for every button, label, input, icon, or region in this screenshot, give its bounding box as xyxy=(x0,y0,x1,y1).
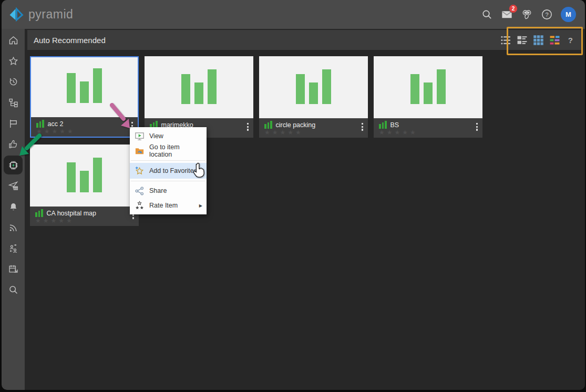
topbar-actions: 2 ? M xyxy=(481,7,585,22)
tile-menu-button[interactable] xyxy=(476,123,478,131)
tile-marimekko[interactable]: marimekko★★★★★ xyxy=(145,56,253,138)
sidebar-item-content-explorer[interactable] xyxy=(2,92,25,114)
sidebar-item-schedules[interactable] xyxy=(2,259,25,280)
sidebar-item-flagged[interactable] xyxy=(2,113,25,134)
tile-thumbnail-bar-chart xyxy=(259,56,368,118)
tile-rating[interactable]: ★★★★★ xyxy=(379,129,478,136)
bar xyxy=(410,74,419,104)
sidebar-item-rated[interactable] xyxy=(2,134,25,155)
sidebar-item-box xyxy=(4,239,23,258)
pyramid-logo[interactable]: pyramid xyxy=(2,7,73,22)
tile-title: CA hostpital map xyxy=(47,210,97,217)
menu-item-rate-item[interactable]: Rate Item▶ xyxy=(130,198,207,213)
sidebar-item-box xyxy=(4,94,23,112)
view-mode-list-view[interactable] xyxy=(500,35,511,46)
tile-rating[interactable]: ★★★★★ xyxy=(35,218,135,224)
view-icon xyxy=(135,131,145,141)
add-favorite-icon xyxy=(135,166,145,176)
tile-thumbnail-bar-chart xyxy=(374,56,482,118)
view-help-button[interactable]: ? xyxy=(568,36,573,45)
tile-footer: CA hostpital map★★★★★ xyxy=(30,207,139,226)
bar-chart-type-icon xyxy=(379,121,387,129)
sidebar-item-publications[interactable] xyxy=(2,176,25,197)
sidebar-item-box xyxy=(4,156,23,174)
tile-rating[interactable]: ★★★★★ xyxy=(36,128,133,135)
star-icon xyxy=(8,56,19,67)
thumbs-up-icon xyxy=(8,139,19,150)
sidebar-item-box xyxy=(4,135,23,154)
tile-ca-hostpital-map[interactable]: CA hostpital map★★★★★ xyxy=(30,145,139,226)
menu-item-add-to-favorites[interactable]: Add to Favorites xyxy=(130,163,207,179)
sidebar xyxy=(2,29,25,390)
help-icon[interactable]: ? xyxy=(541,8,553,20)
sidebar-item-subscriptions[interactable] xyxy=(2,217,25,238)
tile-thumbnail-bar-chart xyxy=(30,145,139,207)
page-header: Auto Recommended ? xyxy=(27,30,582,50)
tile-footer: acc 2★★★★★ xyxy=(31,117,138,137)
view-mode-grid-view-active[interactable] xyxy=(533,35,544,46)
tile-bs[interactable]: BS★★★★★ xyxy=(374,56,482,138)
sidebar-item-home[interactable] xyxy=(2,30,25,51)
tile-circle-packing[interactable]: circle packing★★★★★ xyxy=(259,56,368,138)
tile-thumbnail-bar-chart xyxy=(145,56,253,118)
sidebar-item-box xyxy=(4,177,23,195)
publish-icon xyxy=(8,180,19,191)
tile-rating[interactable]: ★★★★★ xyxy=(264,129,364,136)
tile-title-row: CA hostpital map xyxy=(35,209,135,217)
tile-title-row: acc 2 xyxy=(36,120,133,128)
view-mode-detail-view[interactable] xyxy=(517,35,528,46)
sidebar-item-search[interactable] xyxy=(2,280,25,301)
rate-stars-icon xyxy=(135,201,145,211)
bar-chart-type-icon xyxy=(264,121,272,129)
user-avatar[interactable]: M xyxy=(561,7,576,22)
bar xyxy=(437,69,446,104)
schedule-icon xyxy=(8,264,19,275)
tile-footer: BS★★★★★ xyxy=(374,118,482,138)
share-icon xyxy=(135,186,145,196)
tile-thumbnail-bar-chart xyxy=(31,57,138,117)
home-icon xyxy=(8,35,19,46)
sidebar-item-box xyxy=(4,51,23,70)
menu-item-go-to-item-location[interactable]: Go to item location xyxy=(130,143,207,158)
tile-acc-2[interactable]: acc 2★★★★★ xyxy=(30,56,139,138)
view-mode-switcher: ? xyxy=(500,35,576,46)
sidebar-item-favorites[interactable] xyxy=(2,51,25,72)
menu-item-view[interactable]: View xyxy=(130,129,207,143)
bar xyxy=(322,69,331,104)
tile-title: circle packing xyxy=(276,121,316,129)
bar xyxy=(208,69,217,104)
menu-item-label: Go to item location xyxy=(149,143,202,158)
history-icon xyxy=(8,76,19,87)
bar-chart-type-icon xyxy=(36,120,44,128)
sidebar-item-box xyxy=(4,198,23,216)
menu-item-label: View xyxy=(149,132,163,140)
sidebar-item-auto-recommended[interactable] xyxy=(2,155,25,176)
mail-icon[interactable]: 2 xyxy=(501,8,513,20)
svg-text:?: ? xyxy=(545,12,548,18)
view-mode-tile-view[interactable] xyxy=(549,35,560,46)
sidebar-item-box xyxy=(4,114,23,133)
bar xyxy=(309,82,318,104)
menu-item-label: Add to Favorites xyxy=(149,167,197,174)
logo-text: pyramid xyxy=(28,7,73,22)
bar xyxy=(80,171,89,192)
bar xyxy=(80,81,89,103)
bar xyxy=(194,82,203,104)
sidebar-item-recent[interactable] xyxy=(2,71,25,92)
tile-menu-button[interactable] xyxy=(362,123,363,131)
tile-menu-button[interactable] xyxy=(247,123,249,131)
tile-title-row: circle packing xyxy=(264,121,364,129)
tile-title: acc 2 xyxy=(48,120,64,128)
submenu-arrow-icon: ▶ xyxy=(199,203,202,208)
page-title: Auto Recommended xyxy=(34,36,106,45)
sidebar-item-collaboration[interactable] xyxy=(2,238,25,259)
community-owl-icon[interactable] xyxy=(521,8,533,20)
menu-divider xyxy=(131,181,205,181)
mail-badge: 2 xyxy=(509,4,518,13)
top-bar: pyramid 2 ? M xyxy=(2,0,585,29)
menu-item-share[interactable]: Share xyxy=(130,183,207,198)
sidebar-item-alerts[interactable] xyxy=(2,197,25,218)
menu-item-label: Share xyxy=(149,187,167,194)
search-icon[interactable] xyxy=(481,8,493,20)
tile-footer: circle packing★★★★★ xyxy=(259,118,368,138)
